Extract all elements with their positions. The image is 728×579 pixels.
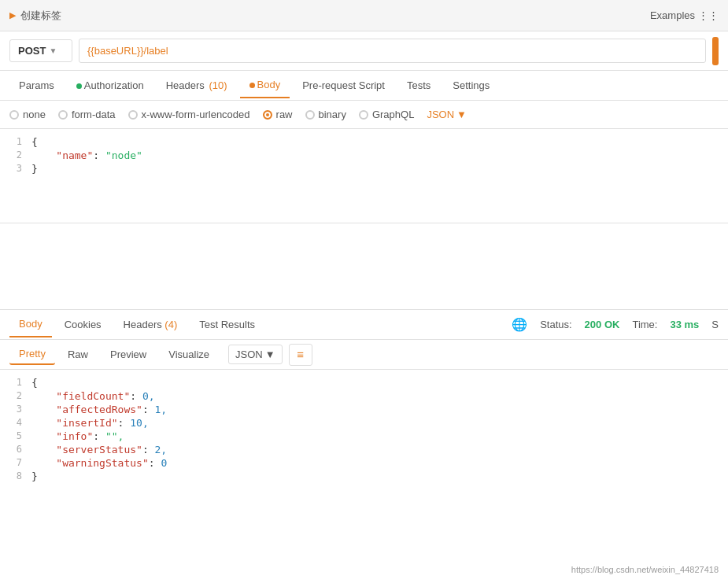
- resp-line-8: 8 }: [0, 470, 728, 483]
- url-bar: POST ▼: [0, 31, 728, 71]
- url-input[interactable]: [79, 39, 706, 63]
- title-section: ▶ 创建标签: [9, 9, 61, 23]
- method-select[interactable]: POST ▼: [9, 39, 72, 62]
- resp-tab-cookies[interactable]: Cookies: [55, 312, 111, 337]
- response-status: 🌐 Status: 200 OK Time: 33 ms S: [512, 317, 719, 332]
- page-title: 创建标签: [20, 9, 61, 23]
- radio-none[interactable]: [9, 110, 19, 120]
- chevron-down-icon: ▼: [49, 46, 57, 55]
- tab-prerequest[interactable]: Pre-request Script: [293, 73, 394, 98]
- resp-tab-headers[interactable]: Headers (4): [114, 312, 187, 337]
- editor-empty-area: [0, 223, 728, 310]
- tab-settings[interactable]: Settings: [443, 73, 499, 98]
- response-format-bar: Pretty Raw Preview Visualize JSON ▼ ≡: [0, 340, 728, 370]
- method-label: POST: [18, 45, 46, 57]
- top-bar: ▶ 创建标签 Examples ⋮⋮: [0, 0, 728, 31]
- examples-icon: ⋮⋮: [698, 9, 719, 21]
- tab-tests[interactable]: Tests: [397, 73, 440, 98]
- resp-fmt-pretty[interactable]: Pretty: [9, 344, 55, 365]
- examples-button[interactable]: Examples ⋮⋮: [650, 9, 719, 21]
- request-tabs: Params Authorization Headers (10) Body P…: [0, 71, 728, 101]
- tab-params[interactable]: Params: [9, 73, 64, 98]
- wrap-button[interactable]: ≡: [289, 344, 312, 366]
- auth-dot: [76, 83, 82, 89]
- format-urlencoded[interactable]: x-www-form-urlencoded: [128, 109, 250, 120]
- req-code-line-3: 3 }: [0, 162, 728, 175]
- format-raw[interactable]: raw: [263, 109, 293, 120]
- tab-authorization[interactable]: Authorization: [67, 73, 153, 98]
- resp-fmt-preview[interactable]: Preview: [101, 345, 156, 364]
- resp-fmt-raw[interactable]: Raw: [58, 345, 98, 364]
- json-chevron-icon: ▼: [456, 109, 467, 120]
- json-type-select[interactable]: JSON ▼: [427, 109, 467, 120]
- resp-line-5: 5 "info": "",: [0, 430, 728, 443]
- send-button[interactable]: [712, 37, 719, 65]
- resp-line-7: 7 "warningStatus": 0: [0, 456, 728, 470]
- tab-body[interactable]: Body: [240, 72, 290, 98]
- resp-line-4: 4 "insertId": 10,: [0, 416, 728, 430]
- format-form-data[interactable]: form-data: [58, 109, 116, 120]
- expand-icon[interactable]: ▶: [9, 10, 16, 20]
- tab-headers[interactable]: Headers (10): [157, 73, 237, 98]
- globe-icon: 🌐: [512, 317, 527, 332]
- radio-form-data[interactable]: [58, 110, 68, 120]
- format-none[interactable]: none: [9, 109, 46, 120]
- response-code-editor[interactable]: 1 { 2 "fieldCount": 0, 3 "affectedRows":…: [0, 370, 728, 535]
- radio-raw[interactable]: [263, 110, 272, 120]
- format-graphql[interactable]: GraphQL: [359, 109, 414, 120]
- resp-tab-testresults[interactable]: Test Results: [190, 312, 264, 337]
- radio-urlencoded[interactable]: [128, 110, 138, 120]
- resp-fmt-visualize[interactable]: Visualize: [159, 345, 219, 364]
- body-format-bar: none form-data x-www-form-urlencoded raw…: [0, 101, 728, 129]
- resp-tab-body[interactable]: Body: [9, 312, 52, 337]
- response-tabs: Body Cookies Headers (4) Test Results 🌐 …: [0, 310, 728, 340]
- resp-json-select[interactable]: JSON ▼: [228, 345, 283, 364]
- resp-line-6: 6 "serverStatus": 2,: [0, 443, 728, 456]
- radio-binary[interactable]: [305, 110, 315, 120]
- resp-json-chevron-icon: ▼: [265, 349, 275, 360]
- req-code-line-1: 1 {: [0, 135, 728, 149]
- watermark: https://blog.csdn.net/weixin_44827418: [571, 565, 719, 574]
- req-code-line-2: 2 "name": "node": [0, 149, 728, 162]
- resp-line-1: 1 {: [0, 376, 728, 389]
- format-binary[interactable]: binary: [305, 109, 346, 120]
- body-dot: [249, 83, 255, 88]
- request-code-editor[interactable]: 1 { 2 "name": "node" 3 }: [0, 129, 728, 223]
- radio-graphql[interactable]: [359, 110, 368, 120]
- resp-line-3: 3 "affectedRows": 1,: [0, 403, 728, 416]
- resp-line-2: 2 "fieldCount": 0,: [0, 389, 728, 403]
